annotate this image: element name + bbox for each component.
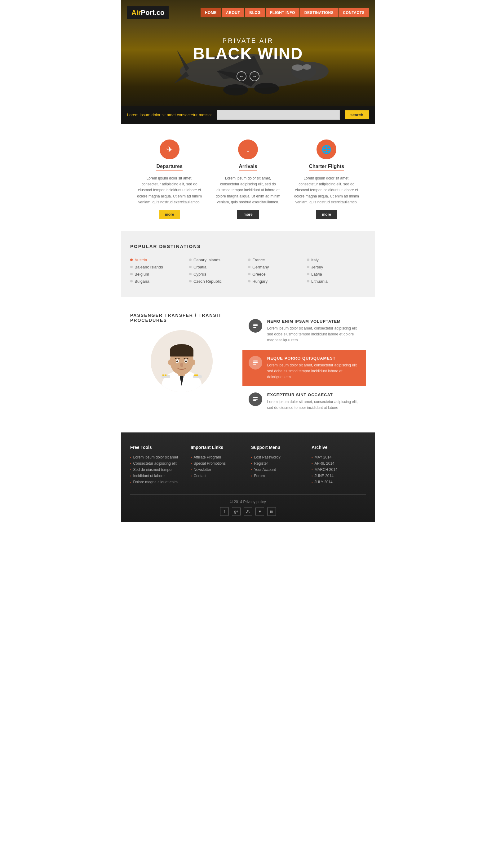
arrivals-title: Arrivals (239, 164, 257, 171)
dest-dot (307, 280, 309, 282)
footer-item[interactable]: Lorem ipsum dolor sit amet (130, 454, 184, 460)
search-input[interactable] (217, 110, 340, 120)
footer-archive-may[interactable]: MAY 2014 (312, 454, 366, 460)
footer-affiliate[interactable]: Affiliate Program (191, 454, 245, 460)
dest-bulgaria[interactable]: Bulgaria (130, 278, 189, 285)
svg-point-8 (292, 64, 303, 71)
footer-special-promo[interactable]: Special Promotions (191, 460, 245, 467)
transit-content-1: NEMO ENIM IPSAM VOLUPTATEM Lorem ipsum d… (267, 319, 360, 343)
prev-arrow[interactable]: ← (236, 71, 246, 81)
nav-about[interactable]: ABOUT (222, 8, 244, 17)
dest-lithuania[interactable]: Lithuania (307, 278, 366, 285)
dest-dot (130, 266, 133, 268)
rss-icon (246, 510, 250, 513)
dest-germany[interactable]: Germany (248, 264, 307, 270)
footer-your-account[interactable]: Your Account (251, 467, 305, 473)
dest-dot (130, 259, 133, 261)
hero-subtitle: PRIVATE AIR (121, 37, 375, 44)
nav-home[interactable]: HOME (201, 8, 221, 17)
svg-rect-36 (253, 397, 258, 398)
footer-archive-apr[interactable]: APRIL 2014 (312, 460, 366, 467)
svg-rect-31 (253, 325, 258, 326)
main-nav: AirPort.co HOME ABOUT BLOG FLIGHT INFO D… (121, 6, 375, 19)
charter-btn[interactable]: more (316, 210, 337, 219)
transit-icon-1 (249, 319, 262, 332)
footer-col-links-title: Important Links (191, 445, 245, 450)
transit-title-3: EXCEPTEUR SINT OCCAECAT (267, 392, 360, 397)
footer-col-tools-title: Free Tools (130, 445, 184, 450)
transit-desc-2: Lorem ipsum dolor sit amet, consectetur … (267, 362, 360, 381)
social-icons: f g+ ♥ in (130, 507, 366, 516)
hero-arrows: ← → (236, 71, 260, 81)
dest-dot (307, 266, 309, 268)
service-arrivals: ↓ Arrivals Lorem ipsum dolor sit amet, c… (208, 140, 287, 219)
social-facebook[interactable]: f (220, 507, 229, 516)
nav-blog[interactable]: BLOG (245, 8, 265, 17)
dest-latvia[interactable]: Latvia (307, 270, 366, 278)
transit-title-2: NEQUE PORRO QUISQUAMEST (267, 356, 360, 360)
arrivals-icon: ↓ (238, 140, 258, 159)
social-rss[interactable] (244, 507, 252, 516)
search-button[interactable]: search (345, 110, 369, 119)
dest-dot (130, 280, 133, 282)
footer-archive-jul[interactable]: JULY 2014 (312, 479, 366, 485)
nav-contacts[interactable]: CONTACTS (339, 8, 369, 17)
nav-destinations[interactable]: DESTINATIONS (300, 8, 338, 17)
next-arrow[interactable]: → (250, 71, 260, 81)
social-google[interactable]: g+ (232, 507, 241, 516)
footer-archive-mar[interactable]: MARCH 2014 (312, 467, 366, 473)
footer-col-support: Support Menu Lost Password? Register You… (251, 445, 305, 485)
svg-rect-14 (162, 374, 164, 376)
footer-archive-jun[interactable]: JUNE 2014 (312, 473, 366, 479)
svg-point-25 (176, 360, 178, 362)
dest-croatia[interactable]: Croatia (189, 264, 248, 270)
transit-right: NEMO ENIM IPSAM VOLUPTATEM Lorem ipsum d… (243, 313, 366, 417)
dest-italy[interactable]: Italy (307, 257, 366, 264)
footer-lost-pwd[interactable]: Lost Password? (251, 454, 305, 460)
dest-dot (248, 280, 250, 282)
arrivals-desc: Lorem ipsum dolor sit amet, consectetur … (215, 175, 281, 205)
dest-canary[interactable]: Canary Islands (189, 257, 248, 264)
dest-belgium[interactable]: Belgium (130, 270, 189, 278)
departures-btn[interactable]: more (159, 210, 180, 219)
nav-links: HOME ABOUT BLOG FLIGHT INFO DESTINATIONS… (201, 8, 369, 17)
footer-item[interactable]: Incididunt ut labore (130, 473, 184, 479)
dest-hungary[interactable]: Hungary (248, 278, 307, 285)
dest-czech[interactable]: Czech Republic (189, 278, 248, 285)
social-pinterest[interactable]: ♥ (255, 507, 264, 516)
svg-rect-30 (253, 324, 258, 325)
social-linkedin[interactable]: in (267, 507, 276, 516)
footer-col-tools: Free Tools Lorem ipsum dolor sit amet Co… (130, 445, 184, 485)
svg-point-26 (185, 360, 187, 362)
footer-item[interactable]: Dolore magna aliquet enim (130, 479, 184, 485)
footer-item[interactable]: Consectetur adipiscing elit (130, 460, 184, 467)
hero-section: AirPort.co HOME ABOUT BLOG FLIGHT INFO D… (121, 0, 375, 124)
dest-jersey[interactable]: Jersey (307, 264, 366, 270)
arrivals-btn[interactable]: more (237, 210, 259, 219)
dest-austria[interactable]: Austria (130, 257, 189, 264)
dest-dot (248, 259, 250, 261)
dest-cyprus[interactable]: Cyprus (189, 270, 248, 278)
charter-desc: Lorem ipsum dolor sit amet, consectetur … (294, 175, 360, 205)
transit-desc-3: Lorem ipsum dolor sit amet, consectetur … (267, 399, 360, 411)
footer-register[interactable]: Register (251, 460, 305, 467)
footer-newsletter[interactable]: Newsletter (191, 467, 245, 473)
footer-contact[interactable]: Contact (191, 473, 245, 479)
dest-col-1: Austria Balearic Islands Belgium Bulgari… (130, 257, 189, 285)
footer-item[interactable]: Sed do eiusmod tempor (130, 467, 184, 473)
dest-dot (248, 266, 250, 268)
svg-point-6 (223, 84, 248, 95)
nav-flight-info[interactable]: FLIGHT INFO (266, 8, 299, 17)
svg-rect-18 (196, 374, 198, 376)
dest-balearic[interactable]: Balearic Islands (130, 264, 189, 270)
footer-forum[interactable]: Forum (251, 473, 305, 479)
service-departures: ✈ Departures Lorem ipsum dolor sit amet,… (130, 140, 208, 219)
site-logo[interactable]: AirPort.co (127, 6, 169, 19)
dest-col-2: Canary Islands Croatia Cyprus Czech Repu… (189, 257, 248, 285)
dest-france[interactable]: France (248, 257, 307, 264)
dest-dot (189, 273, 191, 275)
search-bar: Lorem ipsum dolor sit amet consectetur m… (121, 106, 375, 124)
dest-greece[interactable]: Greece (248, 270, 307, 278)
footer: Free Tools Lorem ipsum dolor sit amet Co… (121, 432, 375, 522)
transit-icon-2 (249, 356, 262, 370)
